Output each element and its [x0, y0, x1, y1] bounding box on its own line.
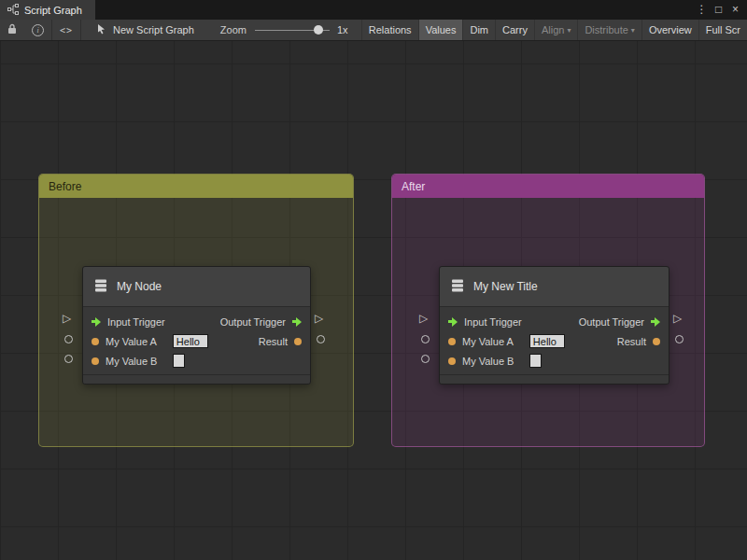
value-b-input[interactable] [173, 354, 185, 368]
flow-output-icon[interactable] [651, 317, 660, 327]
toolbar-separator [80, 20, 81, 40]
port-label: Result [617, 336, 646, 347]
chevron-down-icon: ▾ [567, 26, 571, 35]
fullscreen-button[interactable]: Full Scr [698, 20, 747, 40]
external-value-port[interactable] [675, 335, 684, 343]
tab-strip: Script Graph ⋮ □ × [0, 0, 747, 20]
lock-button[interactable] [0, 20, 24, 40]
script-graph-icon [7, 4, 19, 17]
carry-button[interactable]: Carry [495, 20, 534, 40]
distribute-button[interactable]: Distribute ▾ [577, 20, 641, 40]
port-row-value-b: My Value B [440, 351, 669, 371]
port-label: My Value A [462, 336, 514, 347]
maximize-icon[interactable]: □ [712, 0, 726, 20]
port-label: Output Trigger [220, 316, 286, 328]
overview-button[interactable]: Overview [641, 20, 698, 40]
group-header[interactable]: Before [39, 175, 353, 198]
value-b-input[interactable] [529, 354, 542, 368]
node-my-new-title[interactable]: My New Title Input Trigger Output Trigge… [439, 266, 669, 385]
external-value-port[interactable] [421, 355, 430, 363]
external-flow-port[interactable]: ▷ [419, 313, 428, 325]
value-port-icon[interactable] [653, 338, 660, 345]
value-a-port[interactable]: My Value A [92, 334, 208, 348]
value-port-icon[interactable] [294, 338, 302, 345]
info-button[interactable]: i [24, 20, 51, 40]
toolbar-buttons: Relations Values Dim Carry Align ▾ Distr… [361, 20, 747, 40]
value-a-port[interactable]: My Value A [448, 334, 565, 348]
port-label: My Value B [106, 356, 157, 367]
value-port-icon[interactable] [92, 357, 99, 365]
relations-button[interactable]: Relations [361, 20, 418, 40]
flow-input-icon[interactable] [448, 317, 458, 327]
graph-name-label: New Script Graph [113, 24, 194, 35]
zoom-label: Zoom [220, 24, 247, 35]
external-value-port[interactable] [421, 335, 430, 343]
node-footer [440, 374, 669, 384]
graph-pointer-icon [96, 23, 106, 36]
menu-icon[interactable]: ⋮ [695, 0, 709, 20]
node-title: My New Title [473, 280, 538, 293]
unit-icon [450, 278, 465, 296]
node-header[interactable]: My Node [83, 267, 310, 307]
code-button[interactable]: <> [52, 20, 80, 40]
unit-icon [93, 278, 108, 296]
external-flow-port[interactable]: ▷ [315, 313, 323, 325]
node-body: Input Trigger Output Trigger My Value A … [83, 307, 310, 374]
group-title: Before [49, 180, 81, 193]
input-trigger-port[interactable]: Input Trigger [448, 316, 522, 328]
code-icon: <> [60, 25, 73, 35]
port-label: My Value A [106, 336, 157, 347]
info-icon: i [32, 24, 44, 36]
port-row-triggers: Input Trigger Output Trigger [83, 312, 310, 331]
close-icon[interactable]: × [728, 0, 742, 20]
external-flow-port[interactable]: ▷ [63, 313, 71, 325]
port-label: Output Trigger [579, 316, 644, 328]
unity-window: Script Graph ⋮ □ × i <> [0, 0, 747, 560]
value-port-icon[interactable] [448, 357, 456, 365]
output-trigger-port[interactable]: Output Trigger [579, 316, 660, 328]
port-label: Input Trigger [107, 316, 165, 328]
value-b-port[interactable]: My Value B [448, 354, 542, 368]
zoom-slider-handle[interactable] [314, 25, 323, 35]
input-trigger-port[interactable]: Input Trigger [92, 316, 165, 328]
flow-output-icon[interactable] [292, 317, 302, 327]
lock-icon [7, 23, 17, 36]
flow-input-icon[interactable] [92, 317, 101, 327]
port-label: Input Trigger [464, 316, 522, 328]
value-b-port[interactable]: My Value B [92, 354, 185, 368]
value-a-input[interactable] [173, 334, 208, 348]
group-header[interactable]: After [392, 175, 704, 198]
align-button[interactable]: Align ▾ [534, 20, 577, 40]
zoom-slider[interactable] [255, 20, 330, 41]
dim-button[interactable]: Dim [462, 20, 495, 40]
external-value-port[interactable] [317, 335, 325, 343]
port-label: Result [259, 336, 288, 347]
zoom-value: 1x [337, 24, 348, 35]
window-controls: ⋮ □ × [695, 0, 747, 20]
chevron-down-icon: ▾ [631, 26, 635, 35]
value-port-icon[interactable] [92, 338, 99, 345]
external-value-port[interactable] [64, 355, 73, 363]
node-title: My Node [117, 280, 162, 293]
external-value-port[interactable] [64, 335, 73, 343]
graph-toolbar: i <> New Script Graph Zoom 1x Relations [0, 20, 747, 41]
graph-canvas[interactable]: Before After My Node [0, 41, 747, 560]
port-row-value-a: My Value A Result [440, 331, 669, 351]
node-footer [83, 374, 310, 384]
result-port[interactable]: Result [259, 336, 302, 347]
result-port[interactable]: Result [617, 336, 660, 347]
value-port-icon[interactable] [448, 338, 456, 345]
graph-title[interactable]: New Script Graph [96, 23, 194, 36]
value-a-input[interactable] [529, 334, 565, 348]
port-row-value-a: My Value A Result [83, 331, 310, 351]
external-flow-port[interactable]: ▷ [673, 313, 682, 325]
node-my-node[interactable]: My Node Input Trigger Output Trigger [82, 266, 311, 385]
port-label: My Value B [462, 356, 514, 367]
port-row-value-b: My Value B [83, 351, 310, 371]
node-header[interactable]: My New Title [440, 267, 669, 307]
group-title: After [402, 180, 425, 193]
output-trigger-port[interactable]: Output Trigger [220, 316, 302, 328]
tab-script-graph[interactable]: Script Graph [0, 0, 95, 20]
node-body: Input Trigger Output Trigger My Value A … [440, 307, 669, 374]
values-button[interactable]: Values [418, 20, 463, 40]
